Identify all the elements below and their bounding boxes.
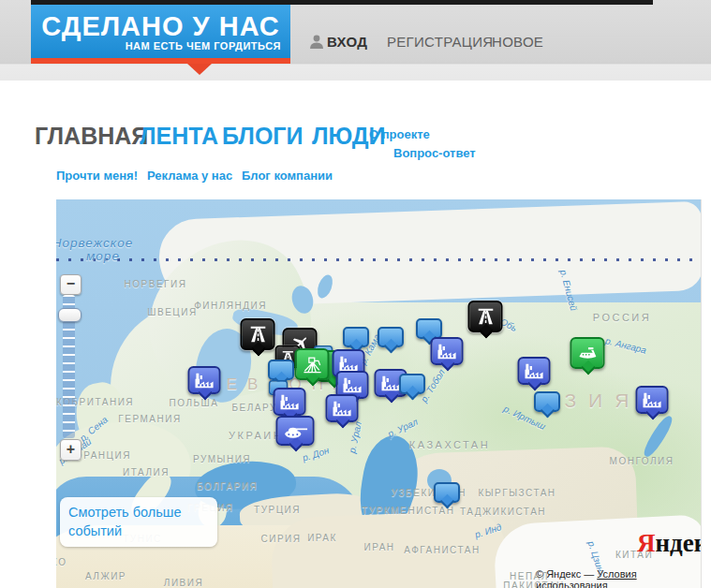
more-events-link[interactable]: Смотреть больше событий	[60, 497, 217, 547]
tab-blogs[interactable]: БЛОГИ	[222, 123, 303, 150]
map-label-region: ИРАН	[363, 542, 394, 552]
map-marker-industry[interactable]	[636, 386, 669, 414]
map-marker-shipbuilding[interactable]	[570, 337, 605, 369]
yandex-logo-ya: Я	[637, 529, 656, 557]
tab-feed[interactable]: ЛЕНТА	[140, 123, 218, 150]
map-label-region: КАЗАХСТАН	[409, 439, 490, 450]
map-marker-event[interactable]	[416, 318, 442, 339]
factory-icon	[275, 390, 304, 414]
map-marker-industry[interactable]	[518, 357, 551, 385]
map-label-water: Норвежское	[56, 236, 133, 250]
zoom-in-button[interactable]: +	[60, 439, 81, 461]
map-label-region: АФГАНИСТАН	[404, 545, 480, 555]
map-label-region: ПОЛЬША	[170, 398, 219, 408]
map-marker-industry[interactable]	[274, 388, 306, 416]
map-label-region: ИРАК	[307, 533, 337, 543]
advertising-link[interactable]: Реклама у нас	[147, 169, 232, 183]
highway-icon	[470, 302, 501, 331]
tab-home[interactable]: ГЛАВНАЯ	[35, 123, 148, 150]
map-marker-event[interactable]	[378, 327, 404, 347]
tank-icon	[278, 418, 313, 444]
map-label-region: КЫРГЫЗСТАН	[478, 488, 555, 498]
map-label-region: НОРВЕГИЯ	[125, 279, 187, 289]
map-marker-road[interactable]	[468, 301, 503, 332]
map-label-region: ШВЕЦИЯ	[147, 307, 197, 317]
copyright-text: © Яндекс —	[536, 568, 597, 580]
map-marker-industry[interactable]	[188, 366, 221, 394]
read-me-link[interactable]: Прочти меня!	[56, 169, 138, 183]
ship-icon	[572, 339, 603, 367]
map-label-region: РОССИЯ	[593, 312, 651, 323]
yandex-logo[interactable]: Яндекс	[637, 529, 702, 558]
zoom-slider-handle[interactable]	[58, 308, 81, 322]
about-link[interactable]: О проекте	[369, 127, 430, 141]
map-label-region: ЛИВИЯ	[164, 578, 203, 588]
map-marker-industry[interactable]	[431, 337, 464, 365]
site-title: СДЕЛАНО У НАС	[31, 11, 290, 42]
zoom-out-button[interactable]: −	[60, 274, 81, 295]
factory-icon	[638, 388, 667, 412]
map-label-region: ТАДЖИКИСТАН	[460, 507, 546, 517]
polar-circle-line	[56, 258, 701, 261]
factory-icon	[190, 368, 219, 392]
login-link[interactable]: ВХОД	[327, 34, 367, 50]
map-marker-military[interactable]	[276, 416, 315, 446]
factory-icon	[328, 396, 357, 420]
map-marker-agriculture[interactable]	[295, 348, 330, 380]
map-marker-industry[interactable]	[326, 394, 359, 422]
map-marker-road[interactable]	[241, 318, 275, 350]
yandex-map[interactable]: НорвежскоемореНОРВЕГИЯШВЕЦИЯФИНЛЯНДИЯРОС…	[56, 199, 702, 588]
map-label-region: ТУРЦИЯ	[254, 505, 301, 515]
company-blog-link[interactable]: Блог компании	[242, 169, 333, 183]
map-label-region: СИРИЯ	[261, 534, 302, 544]
yandex-logo-rest: ндекс	[656, 529, 703, 557]
map-marker-event[interactable]	[434, 482, 460, 503]
site-tagline: НАМ ЕСТЬ ЧЕМ ГОРДИТЬСЯ	[126, 40, 281, 51]
map-label-region: ГЕРМАНИЯ	[118, 414, 181, 424]
map-label-region: МОНГОЛИЯ	[610, 456, 674, 466]
register-link[interactable]: РЕГИСТРАЦИЯ	[387, 34, 493, 50]
map-label-region: РУМЫНИЯ	[193, 454, 251, 464]
user-icon	[310, 35, 323, 52]
map-copyright: © Яндекс — Условия использования	[536, 568, 701, 588]
map-label-region: ТУРКМЕНИСТАН	[363, 506, 455, 516]
new-link[interactable]: НОВОЕ	[492, 34, 543, 50]
highway-icon	[243, 320, 274, 348]
map-label-region: МАРОККО	[56, 557, 67, 567]
site-logo[interactable]: СДЕЛАНО У НАС НАМ ЕСТЬ ЧЕМ ГОРДИТЬСЯ	[31, 5, 290, 58]
map-label-region: ФИНЛЯНДИЯ	[194, 301, 267, 311]
map-marker-event[interactable]	[268, 360, 294, 380]
page: СДЕЛАНО У НАС НАМ ЕСТЬ ЧЕМ ГОРДИТЬСЯ ВХО…	[0, 0, 711, 588]
harvester-icon	[297, 350, 328, 378]
map-marker-event[interactable]	[399, 374, 425, 394]
factory-icon	[520, 359, 549, 383]
logo-accent-bar	[31, 58, 290, 64]
map-label-region: АЛЖИР	[85, 571, 126, 581]
faq-link[interactable]: Вопрос-ответ	[393, 146, 476, 160]
logo-pointer	[187, 64, 212, 75]
factory-icon	[433, 339, 462, 363]
map-label-water: море	[86, 249, 120, 263]
header-bar: СДЕЛАНО У НАС НАМ ЕСТЬ ЧЕМ ГОРДИТЬСЯ ВХО…	[0, 0, 711, 81]
map-marker-event[interactable]	[343, 327, 369, 347]
map-marker-event[interactable]	[534, 391, 560, 412]
map-label-region: БОЛГАРИЯ	[197, 481, 258, 492]
map-label-region: ИТАЛИЯ	[123, 467, 170, 478]
